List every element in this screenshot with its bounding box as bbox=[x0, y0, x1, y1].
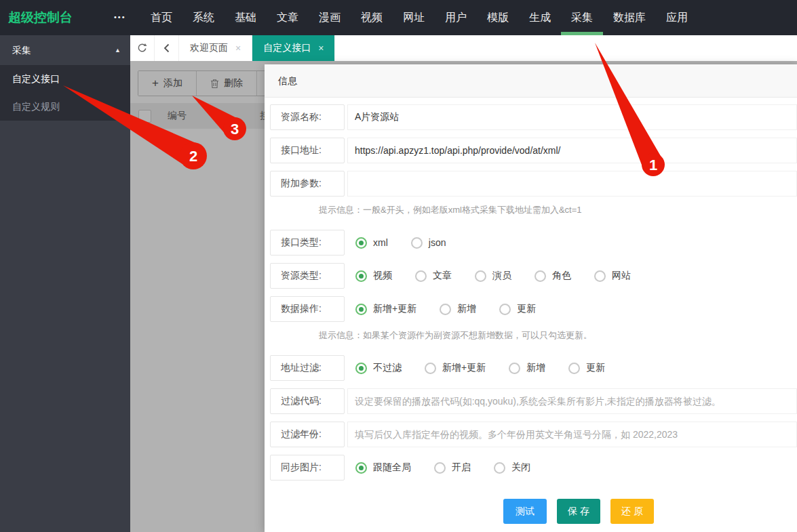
radio-icon[interactable] bbox=[440, 304, 451, 315]
data-operation-option-2[interactable]: 新增 bbox=[440, 303, 476, 315]
sync-image-option-3[interactable]: 关闭 bbox=[494, 462, 530, 474]
filter-code-input[interactable] bbox=[347, 388, 797, 414]
form-row-api-type: 接口类型:xmljson bbox=[270, 230, 797, 255]
tab-custom-api[interactable]: 自定义接口 × bbox=[252, 35, 335, 61]
resource-type-option-1[interactable]: 视频 bbox=[355, 270, 392, 282]
data-operation-option-1[interactable]: 新增+更新 bbox=[355, 303, 416, 315]
form-row-resource-name: 资源名称: bbox=[270, 104, 797, 130]
form-row-api-url: 接口地址: bbox=[270, 138, 797, 163]
radio-icon[interactable] bbox=[355, 270, 367, 282]
navbar-menu: 首页系统基础文章漫画视频网址用户模版生成采集数据库应用 bbox=[140, 0, 698, 35]
nav-item-13[interactable]: 应用 bbox=[656, 0, 698, 35]
radio-icon[interactable] bbox=[425, 363, 436, 374]
sync-image-option-1[interactable]: 跟随全局 bbox=[355, 462, 411, 474]
nav-item-7[interactable]: 网址 bbox=[393, 0, 435, 35]
nav-item-8[interactable]: 用户 bbox=[435, 0, 477, 35]
nav-item-12[interactable]: 数据库 bbox=[603, 0, 656, 35]
close-icon[interactable]: × bbox=[235, 43, 241, 54]
radio-label: 新增 bbox=[526, 362, 545, 374]
radio-icon[interactable] bbox=[499, 304, 511, 315]
sync-image-label: 同步图片: bbox=[270, 455, 345, 480]
data-operation-option-3[interactable]: 更新 bbox=[499, 303, 536, 315]
resource-type-option-2[interactable]: 文章 bbox=[415, 270, 452, 282]
radio-icon[interactable] bbox=[355, 237, 367, 249]
api-url-input[interactable] bbox=[347, 138, 797, 163]
sync-image-radio-group: 跟随全局开启关闭 bbox=[355, 455, 553, 480]
api-type-label: 接口类型: bbox=[270, 230, 345, 255]
restore-button[interactable]: 还 原 bbox=[610, 499, 654, 524]
api-type-radio-group: xmljson bbox=[355, 230, 469, 255]
more-dots-icon[interactable]: ••• bbox=[114, 0, 126, 34]
tab-label: 欢迎页面 bbox=[190, 42, 228, 54]
nav-item-9[interactable]: 模版 bbox=[477, 0, 519, 35]
radio-label: 新增+更新 bbox=[373, 303, 416, 315]
caret-up-icon: ▲ bbox=[115, 35, 121, 65]
nav-item-10[interactable]: 生成 bbox=[519, 0, 561, 35]
extra-params-label: 附加参数: bbox=[270, 171, 345, 197]
radio-label: 开启 bbox=[452, 462, 471, 474]
extra-params-input[interactable] bbox=[347, 171, 797, 197]
url-filter-option-4[interactable]: 更新 bbox=[568, 362, 605, 374]
data-operation-radio-group: 新增+更新新增更新 bbox=[355, 296, 559, 322]
api-type-option-1[interactable]: xml bbox=[355, 237, 388, 249]
sidebar-group-caiji[interactable]: 采集 ▲ bbox=[0, 35, 130, 65]
api-type-option-2[interactable]: json bbox=[411, 237, 446, 249]
radio-label: 更新 bbox=[586, 362, 605, 374]
resource-type-option-4[interactable]: 角色 bbox=[534, 270, 571, 282]
modal-title: 信息 bbox=[265, 64, 797, 98]
resource-name-input[interactable] bbox=[347, 104, 797, 130]
nav-item-6[interactable]: 视频 bbox=[351, 0, 393, 35]
nav-item-5[interactable]: 漫画 bbox=[309, 0, 351, 35]
app-logo[interactable]: 超级控制台 bbox=[8, 0, 73, 35]
sync-image-option-2[interactable]: 开启 bbox=[434, 462, 471, 474]
radio-label: 角色 bbox=[552, 270, 571, 282]
form-actions: 测试保 存还 原 bbox=[503, 499, 797, 524]
radio-icon[interactable] bbox=[475, 270, 486, 282]
radio-label: 演员 bbox=[492, 270, 511, 282]
radio-icon[interactable] bbox=[568, 363, 580, 374]
edit-modal: 信息 资源名称:接口地址:附加参数:提示信息：一般&开头，例如老版xml格式采集… bbox=[265, 64, 797, 532]
radio-label: 跟随全局 bbox=[373, 462, 411, 474]
hint-text: 提示信息：一般&开头，例如老版xml格式采集下载地址需加入&ct=1 bbox=[319, 204, 797, 216]
modal-form: 资源名称:接口地址:附加参数:提示信息：一般&开头，例如老版xml格式采集下载地… bbox=[265, 98, 797, 524]
radio-icon[interactable] bbox=[594, 270, 606, 282]
radio-icon[interactable] bbox=[415, 270, 427, 282]
radio-icon[interactable] bbox=[494, 462, 505, 474]
radio-icon[interactable] bbox=[355, 363, 367, 374]
refresh-icon bbox=[136, 43, 148, 54]
resource-type-option-3[interactable]: 演员 bbox=[475, 270, 511, 282]
save-button[interactable]: 保 存 bbox=[557, 499, 600, 524]
nav-item-3[interactable]: 基础 bbox=[225, 0, 267, 35]
radio-label: 更新 bbox=[517, 303, 536, 315]
sidebar-item-custom-rule[interactable]: 自定义规则 bbox=[0, 93, 130, 121]
sidebar-item-custom-api[interactable]: 自定义接口 bbox=[0, 65, 130, 93]
form-row-data-operation: 数据操作:新增+更新新增更新 bbox=[270, 296, 797, 322]
sidebar: 采集 ▲ 自定义接口 自定义规则 bbox=[0, 35, 130, 532]
url-filter-option-2[interactable]: 新增+更新 bbox=[425, 362, 486, 374]
chevron-left-icon bbox=[162, 43, 172, 54]
filter-year-input[interactable] bbox=[347, 422, 797, 447]
radio-icon[interactable] bbox=[411, 237, 423, 249]
nav-item-11[interactable]: 采集 bbox=[561, 0, 603, 35]
radio-icon[interactable] bbox=[509, 363, 520, 374]
hint-text: 提示信息：如果某个资源作为副资源不想新增数据，可以只勾选更新。 bbox=[319, 329, 797, 342]
tab-welcome[interactable]: 欢迎页面 × bbox=[179, 35, 252, 61]
nav-item-4[interactable]: 文章 bbox=[267, 0, 309, 35]
url-filter-option-3[interactable]: 新增 bbox=[509, 362, 545, 374]
close-icon[interactable]: × bbox=[318, 43, 324, 54]
radio-icon[interactable] bbox=[355, 304, 367, 315]
refresh-button[interactable] bbox=[130, 35, 155, 61]
form-row-sync-image: 同步图片:跟随全局开启关闭 bbox=[270, 455, 797, 480]
resource-type-radio-group: 视频文章演员角色网站 bbox=[355, 263, 654, 289]
radio-label: json bbox=[429, 237, 446, 248]
tab-scroll-left-button[interactable] bbox=[155, 35, 179, 61]
resource-type-option-5[interactable]: 网站 bbox=[594, 270, 631, 282]
test-button[interactable]: 测试 bbox=[503, 499, 547, 524]
radio-icon[interactable] bbox=[534, 270, 546, 282]
nav-item-2[interactable]: 系统 bbox=[182, 0, 225, 35]
url-filter-option-1[interactable]: 不过滤 bbox=[355, 362, 402, 374]
radio-label: 新增+更新 bbox=[442, 362, 486, 374]
nav-item-1[interactable]: 首页 bbox=[140, 0, 182, 35]
radio-icon[interactable] bbox=[434, 462, 446, 474]
radio-icon[interactable] bbox=[355, 462, 367, 474]
